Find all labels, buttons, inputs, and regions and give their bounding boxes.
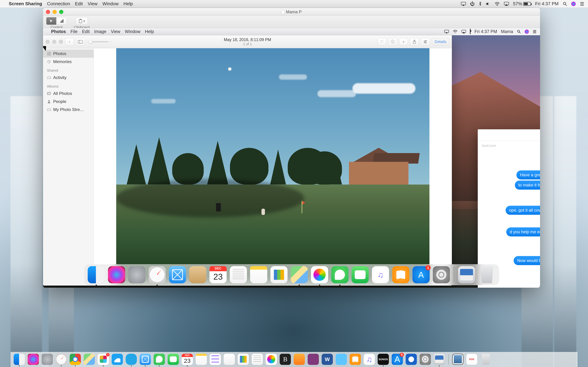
clock[interactable]: Fri 4:37 PM [535,1,559,7]
zoom-button[interactable] [59,10,63,14]
window-titlebar[interactable]: Mama P [43,8,540,16]
dock-calendar[interactable]: DEC 23 [209,266,227,283]
remote-screenmirror-icon[interactable] [444,30,449,33]
dock-sysprefs[interactable] [433,266,450,283]
ldock-itunes[interactable] [364,354,375,365]
ldock-photos[interactable] [266,354,277,365]
dock-safari[interactable] [148,266,166,283]
ldock-preview-doc[interactable] [452,354,463,365]
remote-user-name[interactable]: Mama [501,29,513,34]
menu-view[interactable]: View [88,1,97,7]
message-bubble[interactable]: d you help me edit some [506,227,540,236]
remote-menu-view[interactable]: View [111,29,121,34]
details-button[interactable]: Details [432,38,450,45]
photos-zoom-button[interactable] [59,40,63,44]
remote-airplay-icon[interactable] [461,30,466,33]
dock-maps[interactable] [291,266,308,283]
remote-menu-help[interactable]: Help [145,29,154,34]
photo-viewer[interactable] [94,48,452,285]
remote-app-name[interactable]: Photos [51,29,66,34]
ldock-bear[interactable]: B [280,354,291,365]
remote-menu-edit[interactable]: Edit [82,29,90,34]
dock-appstore[interactable]: 1 [413,266,430,283]
menu-edit[interactable]: Edit [75,1,83,7]
close-button[interactable] [46,10,50,14]
ldock-tweetbot[interactable] [126,354,137,365]
dock-trash[interactable] [478,266,495,283]
remote-spotlight-icon[interactable] [517,30,521,33]
dock-itunes[interactable] [372,266,389,283]
remote-desktop[interactable]: Photos File Edit Image View Window Help … [43,28,540,288]
message-bubble[interactable]: Have a great night! [516,170,540,179]
bluetooth-icon[interactable] [479,1,482,6]
message-bubble[interactable]: Now would be great! [514,256,540,265]
dock-messages[interactable] [331,266,348,283]
dock-facetime[interactable] [352,266,369,283]
power-icon[interactable]: ⏻ [470,1,475,7]
dock-contacts[interactable] [189,266,206,283]
battery-status[interactable]: 57% [513,1,531,7]
screenmirror-icon[interactable] [461,2,466,6]
menu-help[interactable]: Help [123,1,133,7]
dock-mail[interactable] [169,266,186,283]
wifi-icon[interactable] [494,2,500,6]
favorite-button[interactable]: ♡ [378,38,386,45]
dock-numbers[interactable] [270,266,287,283]
ldock-mail[interactable] [140,354,151,365]
message-bubble[interactable]: to make it for dinner [515,181,540,190]
minimize-button[interactable] [52,10,57,14]
dock-screenshare-doc[interactable] [458,266,475,283]
ldock-siri[interactable] [28,354,39,365]
remote-notification-icon[interactable] [533,30,536,33]
dock-launchpad[interactable] [128,266,146,283]
remote-clock[interactable]: Fri 4:37 PM [475,29,497,34]
sidebar-item-memories[interactable]: Memories [43,58,94,66]
sidebar-item-activity[interactable]: Activity [43,74,94,82]
zoom-thumb[interactable] [89,40,92,43]
ldock-numbers[interactable] [238,354,249,365]
ldock-calendar[interactable]: DEC 23 [182,354,193,365]
sidebar-toggle-button[interactable] [76,38,85,45]
ldock-reminders[interactable] [210,354,221,365]
ldock-maps[interactable] [84,354,95,365]
ldock-keynote[interactable] [224,354,235,365]
ldock-finder[interactable] [14,354,25,365]
observe-mode-button[interactable] [56,17,67,25]
ldock-twitter[interactable] [112,354,123,365]
ldock-appstore[interactable]: 5 [392,354,403,365]
zoom-slider[interactable]: ▫ ▫ [87,40,111,43]
message-bubble[interactable]: ope, got it all covered 😉 [506,206,540,215]
clipboard-button[interactable]: ▾ [76,17,88,25]
ldock-chrome[interactable] [70,354,81,365]
volume-icon[interactable] [486,2,490,6]
ldock-sysprefs[interactable] [420,354,431,365]
ldock-screensharing[interactable] [434,354,445,365]
app-name[interactable]: Screen Sharing [9,1,42,7]
remote-menu-window[interactable]: Window [125,29,140,34]
notification-center-icon[interactable] [580,2,584,6]
ldock-word[interactable] [322,354,333,365]
photos-close-button[interactable] [45,40,50,44]
spotlight-icon[interactable] [563,2,567,6]
dock-pages[interactable] [230,266,247,283]
sidebar-item-photo-stream[interactable]: My Photo Stre… [43,106,94,114]
control-mode-button[interactable] [46,17,56,25]
ldock-facetime[interactable] [168,354,179,365]
ldock-safari[interactable] [56,354,67,365]
remote-siri-icon[interactable] [525,30,529,34]
info-button[interactable]: ⓘ [388,38,397,45]
ldock-dash[interactable] [336,354,347,365]
airplay-icon[interactable] [504,2,509,6]
remote-battery-icon[interactable] [470,29,471,34]
ldock-slack[interactable]: • [98,354,109,365]
siri-menubar-icon[interactable] [571,1,576,6]
ldock-ibooks[interactable] [350,354,361,365]
sidebar-item-people[interactable]: People [43,98,94,106]
ldock-launchpad[interactable] [42,354,53,365]
dock-finder[interactable] [88,266,105,283]
ldock-1password[interactable] [406,354,417,365]
ldock-sonos[interactable]: SONOS [378,354,389,365]
dock-notes[interactable] [250,266,267,283]
share-button[interactable] [410,38,419,45]
dock-ibooks[interactable] [392,266,409,283]
